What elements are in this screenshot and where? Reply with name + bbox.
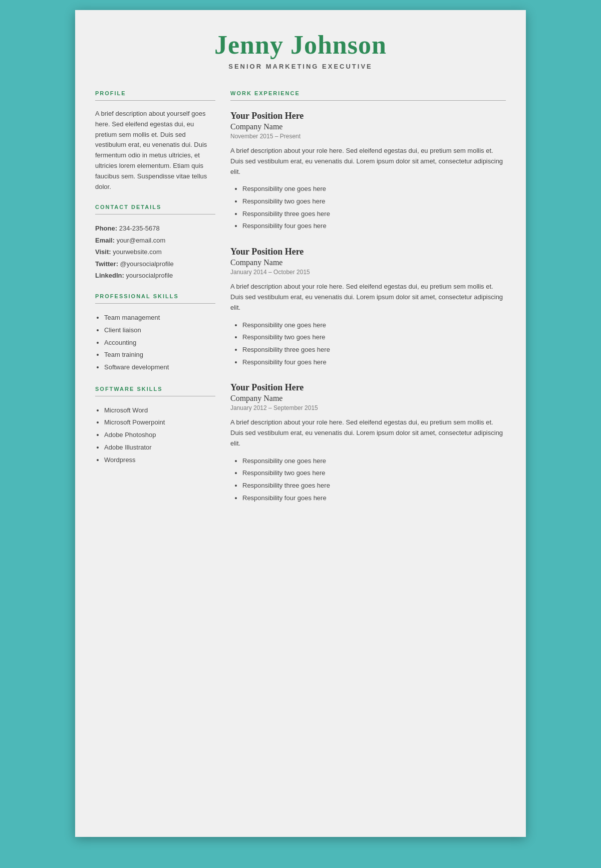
resume-header: Jenny Johnson SENIOR MARKETING EXECUTIVE — [75, 10, 526, 80]
list-item: Responsibility three goes here — [242, 208, 506, 221]
skill-item: Microsoft Powerpoint — [104, 416, 215, 429]
job-company: Company Name — [230, 258, 506, 267]
list-item: Responsibility four goes here — [242, 492, 506, 505]
twitter-value: @yoursocialprofile — [120, 260, 174, 268]
skill-item: Team management — [104, 312, 215, 324]
profile-text: A brief description about yourself goes … — [95, 109, 215, 192]
twitter-label: Twitter: — [95, 260, 118, 268]
email-value: your@email.com — [117, 237, 166, 244]
responsibilities-list: Responsibility one goes hereResponsibili… — [230, 455, 506, 505]
job-description: A brief description about your role here… — [230, 282, 506, 313]
phone-value: 234-235-5678 — [119, 225, 160, 232]
candidate-title: SENIOR MARKETING EXECUTIVE — [105, 63, 496, 70]
email-label: Email: — [95, 237, 115, 244]
contact-email: Email: your@email.com — [95, 235, 215, 246]
contact-linkedin: LinkedIn: yoursocialprofile — [95, 270, 215, 281]
visit-label: Visit: — [95, 248, 111, 256]
skill-item: Accounting — [104, 337, 215, 349]
skill-item: Adobe Photoshop — [104, 429, 215, 442]
list-item: Responsibility four goes here — [242, 356, 506, 369]
skill-item: Wordpress — [104, 454, 215, 467]
job-description: A brief description about your role here… — [230, 417, 506, 449]
professional-skills-label: PROFESSIONAL SKILLS — [95, 293, 215, 299]
contact-label: CONTACT DETAILS — [95, 204, 215, 210]
skill-item: Team training — [104, 349, 215, 361]
skill-item: Microsoft Word — [104, 404, 215, 417]
job-dates: January 2014 – October 2015 — [230, 269, 506, 276]
job-title: Your Position Here — [230, 111, 506, 121]
right-column: WORK EXPERIENCE Your Position HereCompan… — [230, 80, 506, 518]
work-experience-label: WORK EXPERIENCE — [230, 90, 506, 96]
job-block: Your Position HereCompany NameJanuary 20… — [230, 382, 506, 504]
list-item: Responsibility three goes here — [242, 480, 506, 492]
job-dates: November 2015 – Present — [230, 133, 506, 140]
software-skills-section: SOFTWARE SKILLS Microsoft WordMicrosoft … — [95, 386, 215, 466]
contact-visit: Visit: yourwebsite.com — [95, 246, 215, 258]
professional-skills-list: Team managementClient liaisonAccountingT… — [95, 312, 215, 373]
list-item: Responsibility two goes here — [242, 331, 506, 344]
software-skills-list: Microsoft WordMicrosoft PowerpointAdobe … — [95, 404, 215, 466]
contact-phone: Phone: 234-235-5678 — [95, 223, 215, 234]
job-company: Company Name — [230, 394, 506, 403]
professional-skills-section: PROFESSIONAL SKILLS Team managementClien… — [95, 293, 215, 373]
contact-divider — [95, 214, 215, 214]
resume-body: PROFILE A brief description about yourse… — [75, 80, 526, 538]
contact-block: Phone: 234-235-5678 Email: your@email.co… — [95, 223, 215, 281]
linkedin-value: yoursocialprofile — [126, 272, 173, 279]
skill-item: Software development — [104, 361, 215, 374]
responsibilities-list: Responsibility one goes hereResponsibili… — [230, 319, 506, 369]
professional-skills-divider — [95, 303, 215, 304]
responsibilities-list: Responsibility one goes hereResponsibili… — [230, 183, 506, 233]
software-skills-label: SOFTWARE SKILLS — [95, 386, 215, 392]
profile-divider — [95, 100, 215, 101]
linkedin-label: LinkedIn: — [95, 272, 124, 279]
job-dates: January 2012 – September 2015 — [230, 404, 506, 411]
job-description: A brief description about your role here… — [230, 146, 506, 177]
job-block: Your Position HereCompany NameNovember 2… — [230, 111, 506, 233]
contact-twitter: Twitter: @yoursocialprofile — [95, 258, 215, 270]
profile-label: PROFILE — [95, 90, 215, 96]
job-title: Your Position Here — [230, 247, 506, 257]
skill-item: Adobe Illustrator — [104, 442, 215, 454]
job-block: Your Position HereCompany NameJanuary 20… — [230, 247, 506, 368]
candidate-name: Jenny Johnson — [105, 30, 496, 60]
visit-value: yourwebsite.com — [113, 248, 162, 256]
list-item: Responsibility four goes here — [242, 220, 506, 233]
resume-document: Jenny Johnson SENIOR MARKETING EXECUTIVE… — [75, 10, 526, 837]
profile-section: PROFILE A brief description about yourse… — [95, 90, 215, 192]
left-column: PROFILE A brief description about yourse… — [95, 80, 215, 518]
list-item: Responsibility two goes here — [242, 467, 506, 480]
job-title: Your Position Here — [230, 382, 506, 393]
list-item: Responsibility one goes here — [242, 455, 506, 468]
software-skills-divider — [95, 396, 215, 396]
jobs-container: Your Position HereCompany NameNovember 2… — [230, 111, 506, 504]
work-experience-divider — [230, 100, 506, 101]
job-company: Company Name — [230, 122, 506, 131]
phone-label: Phone: — [95, 225, 117, 232]
list-item: Responsibility two goes here — [242, 195, 506, 208]
contact-section: CONTACT DETAILS Phone: 234-235-5678 Emai… — [95, 204, 215, 281]
list-item: Responsibility three goes here — [242, 344, 506, 356]
list-item: Responsibility one goes here — [242, 319, 506, 332]
skill-item: Client liaison — [104, 324, 215, 337]
list-item: Responsibility one goes here — [242, 183, 506, 195]
